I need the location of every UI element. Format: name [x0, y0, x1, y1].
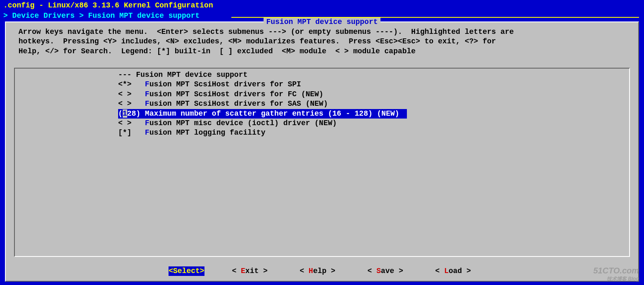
menuconfig-screen: .config - Linux/x86 3.13.6 Kernel Config…	[0, 0, 644, 285]
button-bar: <Select> < Exit > < Help > < Save > < Lo…	[6, 266, 638, 276]
item-mark: [*]	[118, 128, 145, 137]
load-button[interactable]: < Load >	[435, 266, 475, 276]
menu-item-6[interactable]: [*] Fusion MPT logging facility	[15, 128, 629, 138]
hotkey: F	[145, 128, 150, 137]
item-label: usion MPT ScsiHost drivers for SAS (NEW)	[150, 100, 328, 108]
dialog-box: Fusion MPT device support Arrow keys nav…	[5, 21, 639, 282]
menu-item-2[interactable]: < > Fusion MPT ScsiHost drivers for FC (…	[15, 90, 629, 99]
menu-item-3[interactable]: < > Fusion MPT ScsiHost drivers for SAS …	[15, 99, 629, 109]
item-mark: < >	[118, 90, 145, 98]
item-mark: <*>	[118, 80, 145, 88]
window-title: .config - Linux/x86 3.13.6 Kernel Config…	[0, 0, 644, 11]
save-button[interactable]: < Save >	[368, 266, 408, 276]
item-label: usion MPT logging facility	[150, 128, 266, 137]
item-label: usion MPT ScsiHost drivers for SPI	[150, 80, 301, 88]
input-cursor: 1	[123, 109, 127, 118]
menu-item-1[interactable]: <*> Fusion MPT ScsiHost drivers for SPI	[15, 80, 629, 89]
dialog-title-wrap: Fusion MPT device support	[6, 17, 638, 27]
item-mark: < >	[118, 100, 145, 108]
help-text: Arrow keys navigate the menu. <Enter> se…	[6, 22, 638, 59]
hotkey: F	[145, 80, 150, 88]
item-mark: < >	[118, 119, 145, 127]
item-mark: ---	[118, 71, 136, 79]
menu-item-4[interactable]: (128) Maximum number of scatter gather e…	[118, 109, 407, 119]
hotkey: F	[145, 90, 150, 98]
hotkey: F	[145, 119, 150, 127]
menu-listbox[interactable]: --- Fusion MPT device support<*> Fusion …	[14, 68, 630, 257]
item-label: usion MPT misc device (ioctl) driver (NE…	[150, 119, 337, 127]
item-label: usion MPT ScsiHost drivers for FC (NEW)	[150, 90, 323, 98]
dialog-title: Fusion MPT device support	[264, 18, 380, 26]
item-label: Fusion MPT device support	[136, 71, 247, 79]
select-button[interactable]: <Select>	[169, 266, 204, 276]
exit-button[interactable]: < Exit >	[232, 266, 272, 276]
menu-item-0[interactable]: --- Fusion MPT device support	[15, 70, 629, 80]
help-button[interactable]: < Help >	[299, 266, 340, 276]
hotkey: F	[145, 100, 150, 108]
menu-item-5[interactable]: < > Fusion MPT misc device (ioctl) drive…	[15, 119, 629, 128]
